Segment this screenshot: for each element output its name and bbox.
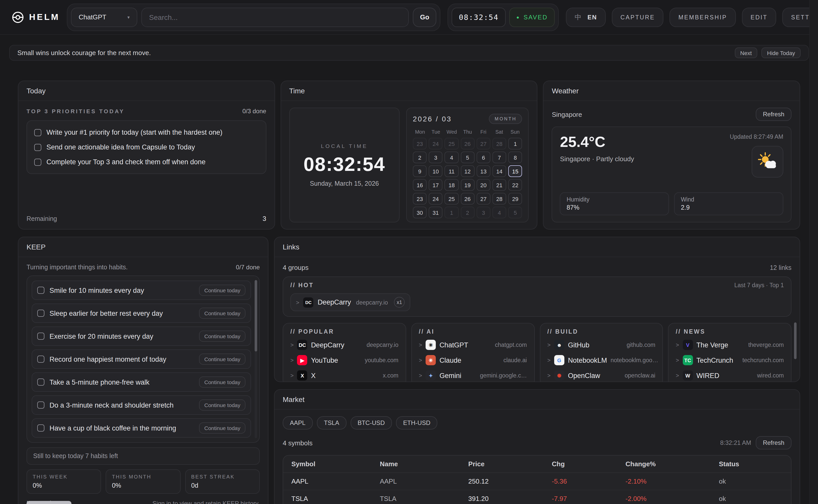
calendar-day[interactable]: 7 bbox=[493, 152, 506, 163]
link-item[interactable]: > ✳ ChatGPT chatgpt.com bbox=[419, 340, 527, 350]
calendar-day[interactable]: 26 bbox=[461, 193, 474, 205]
table-row[interactable]: TSLA TSLA 391.20 -7.97 -2.00% ok bbox=[283, 490, 791, 504]
link-item[interactable]: > ✦ Gemini gemini.google.c… bbox=[419, 370, 527, 381]
continue-today-button[interactable]: Continue today bbox=[199, 308, 245, 319]
go-button[interactable]: Go bbox=[413, 7, 436, 27]
continue-today-button[interactable]: Continue today bbox=[199, 399, 245, 411]
calendar-day[interactable]: 25 bbox=[445, 193, 459, 205]
hide-today-button[interactable]: Hide Today bbox=[761, 47, 801, 58]
calendar-day[interactable]: 31 bbox=[429, 207, 443, 218]
calendar-day[interactable]: 27 bbox=[477, 138, 491, 149]
scrollbar-thumb[interactable] bbox=[255, 280, 257, 351]
link-item[interactable]: > V The Verge theverge.com bbox=[676, 340, 784, 350]
calendar-day[interactable]: 28 bbox=[493, 138, 506, 149]
link-item[interactable]: > DC DeepCarry deepcarry.io bbox=[290, 340, 398, 350]
calendar-day[interactable]: 20 bbox=[477, 179, 491, 191]
calendar-day[interactable]: 29 bbox=[508, 193, 522, 205]
month-view-button[interactable]: MONTH bbox=[489, 114, 522, 124]
language-toggle[interactable]: 中 EN bbox=[566, 7, 606, 27]
calendar-day[interactable]: 4 bbox=[445, 152, 459, 163]
link-item[interactable]: > X X x.com bbox=[290, 370, 398, 381]
checkbox-icon[interactable] bbox=[37, 310, 44, 317]
capture-button[interactable]: CAPTURE bbox=[612, 7, 664, 27]
calendar-day[interactable]: 10 bbox=[429, 165, 443, 177]
calendar-day[interactable]: 12 bbox=[461, 165, 474, 177]
habit-item[interactable]: Do a 3-minute neck and shoulder stretch … bbox=[32, 395, 251, 415]
lang-zh[interactable]: 中 bbox=[575, 12, 582, 22]
weather-refresh-button[interactable]: Refresh bbox=[756, 108, 791, 121]
calendar-day[interactable]: 9 bbox=[413, 165, 427, 177]
checkbox-icon[interactable] bbox=[37, 379, 44, 386]
calendar-day[interactable]: 5 bbox=[461, 152, 474, 163]
table-row[interactable]: AAPL AAPL 250.12 -5.36 -2.10% ok bbox=[283, 473, 791, 490]
horizontal-scrollbar-thumb[interactable] bbox=[27, 501, 71, 504]
symbol-chip[interactable]: AAPL bbox=[283, 416, 312, 430]
habit-item[interactable]: Have a cup of black coffee in the mornin… bbox=[32, 418, 251, 438]
checkbox-icon[interactable] bbox=[37, 401, 44, 409]
link-item[interactable]: > ☻ GitHub github.com bbox=[547, 340, 656, 350]
calendar-day[interactable]: 14 bbox=[493, 165, 506, 177]
engine-select[interactable]: ChatGPT ▾ bbox=[71, 7, 137, 27]
calendar-day[interactable]: 8 bbox=[508, 152, 522, 163]
calendar-day[interactable]: 25 bbox=[445, 138, 459, 149]
calendar-day[interactable]: 28 bbox=[493, 193, 506, 205]
calendar-day[interactable]: 27 bbox=[477, 193, 491, 205]
calendar-day[interactable]: 1 bbox=[508, 138, 522, 149]
calendar-day[interactable]: 3 bbox=[477, 207, 491, 218]
symbol-chip[interactable]: BTC-USD bbox=[350, 416, 392, 430]
habit-item[interactable]: Record one happiest moment of today Cont… bbox=[32, 349, 251, 369]
calendar-day[interactable]: 11 bbox=[445, 165, 459, 177]
page-scrollbar[interactable] bbox=[809, 0, 818, 504]
calendar-day[interactable]: 17 bbox=[429, 179, 443, 191]
continue-today-button[interactable]: Continue today bbox=[199, 376, 245, 388]
calendar-day[interactable]: 1 bbox=[445, 207, 459, 218]
calendar-day[interactable]: 13 bbox=[477, 165, 491, 177]
calendar-day[interactable]: 30 bbox=[413, 207, 427, 218]
priority-item[interactable]: Complete your Top 3 and check them off w… bbox=[34, 158, 258, 166]
calendar-day[interactable]: 18 bbox=[445, 179, 459, 191]
edit-button[interactable]: EDIT bbox=[742, 7, 776, 27]
checkbox-icon[interactable] bbox=[34, 129, 41, 136]
habit-item[interactable]: Smile for 10 minutes every day Continue … bbox=[32, 281, 251, 300]
symbol-chip[interactable]: ETH-USD bbox=[396, 416, 438, 430]
priority-item[interactable]: Write your #1 priority for today (start … bbox=[34, 129, 258, 136]
continue-today-button[interactable]: Continue today bbox=[199, 285, 245, 296]
link-item[interactable]: > TC TechCrunch techcrunch.com bbox=[676, 355, 784, 365]
hot-link-deepcarry[interactable]: > DC DeepCarry deepcarry.io x1 bbox=[290, 293, 410, 311]
symbol-chip[interactable]: TSLA bbox=[317, 416, 346, 430]
checkbox-icon[interactable] bbox=[34, 144, 41, 151]
calendar-day[interactable]: 15 bbox=[508, 165, 522, 177]
calendar-day[interactable]: 6 bbox=[477, 152, 491, 163]
market-refresh-button[interactable]: Refresh bbox=[756, 436, 791, 449]
link-item[interactable]: > ✺ OpenClaw openclaw.ai bbox=[547, 370, 656, 381]
link-item[interactable]: > W WIRED wired.com bbox=[676, 370, 784, 381]
calendar-day[interactable]: 16 bbox=[413, 179, 427, 191]
search-input[interactable] bbox=[141, 7, 409, 27]
calendar-day[interactable]: 26 bbox=[461, 138, 474, 149]
calendar-day[interactable]: 2 bbox=[461, 207, 474, 218]
checkbox-icon[interactable] bbox=[37, 356, 44, 363]
membership-button[interactable]: MEMBERSHIP bbox=[670, 7, 736, 27]
brand[interactable]: HELM bbox=[11, 10, 60, 24]
habit-item[interactable]: Sleep earlier for better rest every day … bbox=[32, 304, 251, 323]
calendar-day[interactable]: 3 bbox=[429, 152, 443, 163]
calendar-day[interactable]: 24 bbox=[429, 138, 443, 149]
checkbox-icon[interactable] bbox=[37, 287, 44, 294]
calendar-day[interactable]: 19 bbox=[461, 179, 474, 191]
calendar-day[interactable]: 22 bbox=[508, 179, 522, 191]
next-quote-button[interactable]: Next bbox=[735, 47, 757, 58]
links-scrollbar-thumb[interactable] bbox=[794, 322, 797, 359]
checkbox-icon[interactable] bbox=[37, 333, 44, 340]
continue-today-button[interactable]: Continue today bbox=[199, 422, 245, 434]
checkbox-icon[interactable] bbox=[34, 158, 41, 166]
continue-today-button[interactable]: Continue today bbox=[199, 331, 245, 342]
link-item[interactable]: > ✳ Claude claude.ai bbox=[419, 355, 527, 365]
habit-item[interactable]: Take a 5-minute phone-free walk Continue… bbox=[32, 372, 251, 392]
checkbox-icon[interactable] bbox=[37, 424, 44, 432]
lang-en[interactable]: EN bbox=[588, 14, 597, 21]
habit-item[interactable]: Exercise for 20 minutes every day Contin… bbox=[32, 326, 251, 346]
habit-list-scrollbar[interactable] bbox=[255, 280, 257, 438]
priority-item[interactable]: Send one actionable idea from Capsule to… bbox=[34, 143, 258, 151]
calendar-day[interactable]: 23 bbox=[413, 138, 427, 149]
calendar-day[interactable]: 24 bbox=[429, 193, 443, 205]
